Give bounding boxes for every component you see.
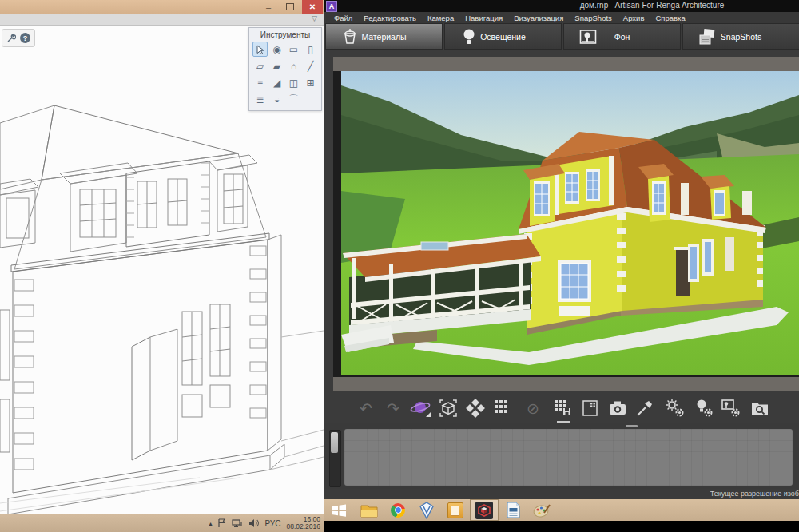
tool-column-icon[interactable]: ▯ xyxy=(303,42,318,57)
desktop: – ✕ ▽ xyxy=(0,0,799,532)
materials-panel xyxy=(324,423,799,489)
tool-ramp-icon[interactable]: ◢ xyxy=(269,75,284,90)
tab-materials-label: Материалы xyxy=(326,24,442,49)
render-quality-low-icon[interactable] xyxy=(464,397,487,419)
materials-swatch-area[interactable] xyxy=(344,429,793,486)
close-button[interactable]: ✕ xyxy=(302,0,323,14)
start-button[interactable] xyxy=(324,499,353,521)
tool-railing-icon[interactable]: ≣ xyxy=(252,92,268,107)
camera-snapshot-icon[interactable] xyxy=(606,397,629,419)
render-viewport[interactable] xyxy=(341,71,799,375)
undo-icon[interactable]: ↶ xyxy=(355,397,377,419)
folder-icon xyxy=(360,503,378,518)
menu-visualization[interactable]: Визуализация xyxy=(508,14,569,22)
panel-drag-handle[interactable] xyxy=(626,425,638,427)
quick-toolbar: ? xyxy=(2,29,35,47)
render-margin-top xyxy=(333,57,799,71)
taskbar-renga[interactable] xyxy=(470,499,499,521)
taskbar-paint[interactable] xyxy=(527,499,556,521)
tools-grid: ◉ ▭ ▯ ▱ ▰ ⌂ ╱ ≡ ◢ ◫ ⊞ ≣ ◒ ⌒ xyxy=(249,41,321,108)
tab-lighting-label: Освещение xyxy=(445,24,561,49)
stop-render-icon[interactable]: ⊘ xyxy=(522,397,544,419)
tab-lighting[interactable]: Освещение xyxy=(444,23,562,50)
taskbar-visualizer[interactable] xyxy=(412,499,441,521)
menu-snapshots[interactable]: SnapShots xyxy=(569,14,617,22)
minimize-button[interactable]: – xyxy=(258,0,279,14)
renga-ribbon-strip: ▽ xyxy=(0,14,324,26)
materials-scrollbar[interactable] xyxy=(329,430,341,487)
grid-frame-icon[interactable] xyxy=(579,397,602,419)
palette-icon xyxy=(533,502,551,518)
clock-date: 08.02.2016 xyxy=(286,523,320,530)
window-title: дом.rnp - Artisan For Renga Architecture xyxy=(580,1,725,10)
tool-floor-icon[interactable]: ▱ xyxy=(252,58,268,73)
status-bar: Текущее разрешение изобр xyxy=(324,489,799,499)
image-settings-icon[interactable] xyxy=(720,397,742,419)
render-toolbar: ↶ ↷ xyxy=(324,391,799,423)
menu-help[interactable]: Справка xyxy=(650,14,690,22)
network-icon[interactable] xyxy=(232,519,243,528)
menu-camera[interactable]: Камера xyxy=(422,14,459,22)
language-indicator[interactable]: РУС xyxy=(264,519,280,528)
tab-snapshots[interactable]: SnapShots xyxy=(682,23,799,50)
action-center-flag-icon[interactable] xyxy=(217,518,226,528)
menu-navigation[interactable]: Навигация xyxy=(459,14,508,22)
artisan-window: A дом.rnp - Artisan For Renga Architectu… xyxy=(324,0,799,521)
taskbar-file-explorer[interactable] xyxy=(355,499,384,521)
scrollbar-thumb[interactable] xyxy=(331,432,338,453)
render-quality-high-icon[interactable] xyxy=(491,397,514,419)
render-margin-bottom xyxy=(333,377,799,391)
tool-window-icon[interactable]: ⊞ xyxy=(303,75,318,90)
status-text: Текущее разрешение изобр xyxy=(710,490,799,498)
tool-select-icon[interactable] xyxy=(252,42,268,57)
tool-beam-icon[interactable]: ╱ xyxy=(303,58,318,73)
wrench-icon[interactable] xyxy=(6,34,16,43)
tool-canopy-icon[interactable]: ⌒ xyxy=(286,92,301,107)
render-planet-icon[interactable] xyxy=(409,397,431,419)
tool-plumbing-icon[interactable]: ◒ xyxy=(269,92,284,107)
taskbar-left: ▴ РУС 16:00 08.02.2016 xyxy=(0,514,324,532)
tools-panel: Инструменты ◉ ▭ ▯ ▱ ▰ ⌂ ╱ ≡ ◢ ◫ ⊞ ≣ xyxy=(248,27,322,111)
sun-settings-icon[interactable] xyxy=(664,397,686,419)
chevron-down-icon[interactable]: ▽ xyxy=(312,14,317,22)
hidden-icons-chevron-icon[interactable]: ▴ xyxy=(209,520,212,527)
redo-icon[interactable]: ↷ xyxy=(382,397,404,419)
renga-titlebar[interactable]: – ✕ xyxy=(0,0,324,14)
mail-icon xyxy=(447,502,463,518)
tab-background[interactable]: Фон xyxy=(563,23,681,50)
taskbar-chrome[interactable] xyxy=(384,499,412,521)
browse-search-icon[interactable] xyxy=(749,397,771,419)
tool-wall-icon[interactable]: ▭ xyxy=(286,42,301,57)
chrome-icon xyxy=(391,503,405,518)
tool-stair-icon[interactable]: ≡ xyxy=(252,75,268,90)
renga-window: – ✕ ▽ xyxy=(0,0,324,532)
tool-assembly-icon[interactable]: ◉ xyxy=(269,42,284,57)
tool-door-icon[interactable]: ◫ xyxy=(286,75,301,90)
render-region-icon[interactable] xyxy=(437,397,459,419)
taskbar-writer[interactable] xyxy=(499,499,527,521)
help-icon[interactable]: ? xyxy=(20,33,30,43)
lamp-settings-icon[interactable] xyxy=(693,397,715,419)
taskbar-mail[interactable] xyxy=(441,499,470,521)
artisan-titlebar[interactable]: A дом.rnp - Artisan For Renga Architectu… xyxy=(324,0,799,12)
maximize-icon xyxy=(286,3,294,10)
menu-edit[interactable]: Редактировать xyxy=(358,14,422,22)
artisan-monitor: A дом.rnp - Artisan For Renga Architectu… xyxy=(324,0,799,532)
tool-roof-icon[interactable]: ⌂ xyxy=(286,58,301,73)
menu-archive[interactable]: Архив xyxy=(618,14,650,22)
volume-icon[interactable] xyxy=(248,518,259,528)
active-tool-underline xyxy=(557,421,570,423)
system-tray: ▴ РУС 16:00 08.02.2016 xyxy=(209,514,322,532)
tools-panel-title: Инструменты xyxy=(249,28,321,41)
menu-file[interactable]: Файл xyxy=(328,14,358,22)
maximize-button[interactable] xyxy=(280,0,300,14)
tool-slab-icon[interactable]: ▰ xyxy=(269,58,284,73)
artisan-app-icon: A xyxy=(326,1,337,12)
tab-materials[interactable]: Материалы xyxy=(325,23,443,50)
document-icon xyxy=(507,502,520,518)
clock[interactable]: 16:00 08.02.2016 xyxy=(286,516,322,530)
renga-3d-canvas[interactable]: ? Инструменты ◉ ▭ ▯ ▱ ▰ ⌂ ╱ ≡ ◢ xyxy=(0,26,324,514)
save-texture-icon[interactable] xyxy=(552,397,574,419)
eyedropper-icon[interactable] xyxy=(634,397,656,419)
taskbar-right xyxy=(324,499,799,521)
